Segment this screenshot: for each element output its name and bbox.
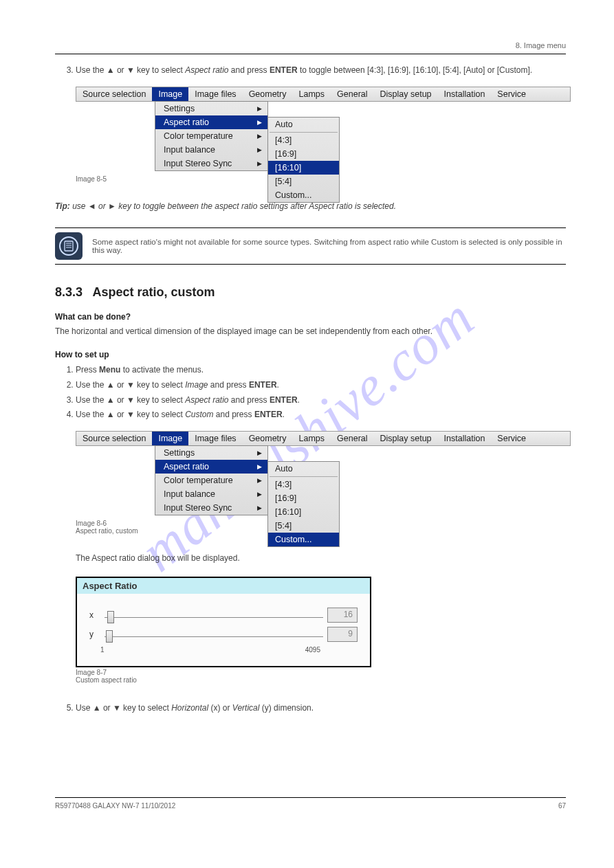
- document-icon: [59, 236, 78, 256]
- footer-right: 67: [558, 802, 566, 810]
- menu-display-setup[interactable]: Display setup: [374, 432, 438, 445]
- menu-image-files[interactable]: Image files: [188, 87, 242, 101]
- setup-step-2: Use the ▲ or ▼ key to select Image and p…: [76, 379, 566, 392]
- menu-geometry[interactable]: Geometry: [243, 432, 293, 445]
- option-auto[interactable]: Auto: [268, 462, 339, 476]
- page-icon: [64, 241, 74, 252]
- subsubmenu-aspect-ratio-a: Auto [4:3] [16:9] [16:10] [5:4] Custom..…: [267, 117, 340, 203]
- chevron-right-icon: ▶: [257, 504, 262, 511]
- option-16-9[interactable]: [16:9]: [268, 491, 339, 505]
- chevron-right-icon: ▶: [257, 477, 262, 484]
- menu-bar-b: Source selection Image Image files Geome…: [76, 431, 571, 446]
- option-16-9[interactable]: [16:9]: [268, 147, 339, 161]
- screenshot-image-8-5: Source selection Image Image files Geome…: [76, 87, 566, 171]
- aspect-ratio-dialog: Aspect Ratio x 16 y 9 1 4095: [76, 577, 371, 667]
- menu-display-setup[interactable]: Display setup: [374, 87, 438, 101]
- note-box: Some aspect ratio's might not available …: [55, 227, 566, 265]
- page-header: 8. Image menu: [55, 41, 566, 54]
- note-text: Some aspect ratio's might not available …: [92, 232, 566, 260]
- option-16-10[interactable]: [16:10]: [268, 161, 339, 175]
- submenu-color-temperature[interactable]: Color temperature▶: [155, 474, 267, 487]
- menu-divider: [270, 132, 338, 133]
- menu-lamps[interactable]: Lamps: [293, 432, 331, 445]
- menu-lamps[interactable]: Lamps: [293, 87, 331, 101]
- after-56-text: The Aspect ratio dialog box will be disp…: [76, 553, 566, 564]
- menu-image[interactable]: Image: [152, 87, 188, 101]
- setup-step-4: Use the ▲ or ▼ key to select Custom and …: [76, 408, 566, 421]
- x-slider[interactable]: [105, 608, 323, 622]
- x-slider-thumb[interactable]: [107, 611, 114, 623]
- submenu-input-stereo-sync[interactable]: Input Stereo Sync▶: [155, 501, 267, 515]
- setup-heading: How to set up: [55, 350, 566, 359]
- y-slider-thumb[interactable]: [106, 630, 113, 643]
- scale-max: 4095: [305, 646, 320, 654]
- menu-installation[interactable]: Installation: [438, 87, 492, 101]
- option-5-4[interactable]: [5:4]: [268, 519, 339, 533]
- subsubmenu-aspect-ratio-b: Auto [4:3] [16:9] [16:10] [5:4] Custom..…: [267, 461, 340, 547]
- setup-step-1: Press Menu to activate the menus.: [76, 364, 566, 377]
- submenu-settings[interactable]: Settings▶: [155, 102, 267, 115]
- chevron-right-icon: ▶: [257, 133, 262, 140]
- menu-bar: Source selection Image Image files Geome…: [76, 87, 571, 102]
- step-3: Use the ▲ or ▼ key to select Aspect rati…: [76, 64, 566, 77]
- option-5-4[interactable]: [5:4]: [268, 175, 339, 188]
- submenu-color-temperature[interactable]: Color temperature▶: [155, 129, 267, 143]
- chevron-right-icon: ▶: [257, 105, 262, 112]
- option-16-10[interactable]: [16:10]: [268, 505, 339, 519]
- y-slider[interactable]: [105, 627, 323, 641]
- option-custom[interactable]: Custom...: [268, 533, 339, 546]
- option-custom[interactable]: Custom...: [268, 188, 339, 202]
- what-heading: What can be done?: [55, 312, 566, 322]
- menu-general[interactable]: General: [331, 432, 373, 445]
- page-footer: R59770488 GALAXY NW-7 11/10/2012 67: [55, 797, 566, 810]
- submenu-input-balance[interactable]: Input balance▶: [155, 143, 267, 157]
- chevron-right-icon: ▶: [257, 146, 262, 153]
- menu-service[interactable]: Service: [491, 87, 532, 101]
- menu-image-files[interactable]: Image files: [188, 432, 242, 445]
- dialog-title: Aspect Ratio: [77, 578, 370, 594]
- submenu-input-stereo-sync[interactable]: Input Stereo Sync▶: [155, 157, 267, 170]
- step-5-list: Use ▲ or ▼ key to select Horizontal (x) …: [55, 702, 566, 715]
- svg-rect-0: [65, 241, 73, 251]
- x-label: x: [89, 610, 100, 620]
- chevron-right-icon: ▶: [257, 463, 262, 470]
- menu-geometry[interactable]: Geometry: [243, 87, 293, 101]
- x-value[interactable]: 16: [327, 608, 358, 623]
- option-4-3[interactable]: [4:3]: [268, 133, 339, 147]
- submenu-aspect-ratio[interactable]: Aspect ratio▶: [155, 460, 267, 474]
- submenu-image-b: Settings▶ Aspect ratio▶ Color temperatur…: [155, 445, 268, 515]
- submenu-settings[interactable]: Settings▶: [155, 446, 267, 460]
- steps-pre: Use the ▲ or ▼ key to select Aspect rati…: [55, 64, 566, 77]
- submenu-input-balance[interactable]: Input balance▶: [155, 487, 267, 501]
- section-heading: 8.3.3 Aspect ratio, custom: [55, 285, 566, 300]
- slider-row-y: y 9: [89, 627, 358, 642]
- setup-steps: Press Menu to activate the menus. Use th…: [55, 364, 566, 421]
- setup-step-5: Use ▲ or ▼ key to select Horizontal (x) …: [76, 702, 566, 715]
- note-icon: [55, 232, 83, 260]
- screenshot-image-8-6: Source selection Image Image files Geome…: [76, 431, 566, 515]
- menu-general[interactable]: General: [331, 87, 373, 101]
- option-4-3[interactable]: [4:3]: [268, 478, 339, 491]
- y-label: y: [89, 630, 100, 639]
- menu-image[interactable]: Image: [152, 432, 188, 445]
- chevron-right-icon: ▶: [257, 491, 262, 498]
- chevron-right-icon: ▶: [257, 449, 262, 456]
- slider-row-x: x 16: [89, 608, 358, 623]
- setup-step-3: Use the ▲ or ▼ key to select Aspect rati…: [76, 394, 566, 407]
- what-body: The horizontal and vertical dimension of…: [55, 326, 566, 337]
- chevron-right-icon: ▶: [257, 160, 262, 167]
- chevron-right-icon: ▶: [257, 119, 262, 126]
- menu-source-selection[interactable]: Source selection: [76, 432, 152, 445]
- scale-min: 1: [100, 646, 105, 654]
- menu-divider: [270, 476, 338, 477]
- submenu-aspect-ratio[interactable]: Aspect ratio▶: [155, 115, 267, 129]
- option-auto[interactable]: Auto: [268, 118, 339, 131]
- menu-service[interactable]: Service: [491, 432, 532, 445]
- slider-scale: 1 4095: [100, 646, 320, 654]
- menu-installation[interactable]: Installation: [438, 432, 492, 445]
- y-value[interactable]: 9: [327, 627, 358, 642]
- submenu-image: Settings▶ Aspect ratio▶ Color temperatur…: [155, 101, 268, 171]
- menu-source-selection[interactable]: Source selection: [76, 87, 152, 101]
- caption-8-7: Image 8-7Custom aspect ratio: [76, 669, 566, 684]
- footer-left: R59770488 GALAXY NW-7 11/10/2012: [55, 802, 175, 810]
